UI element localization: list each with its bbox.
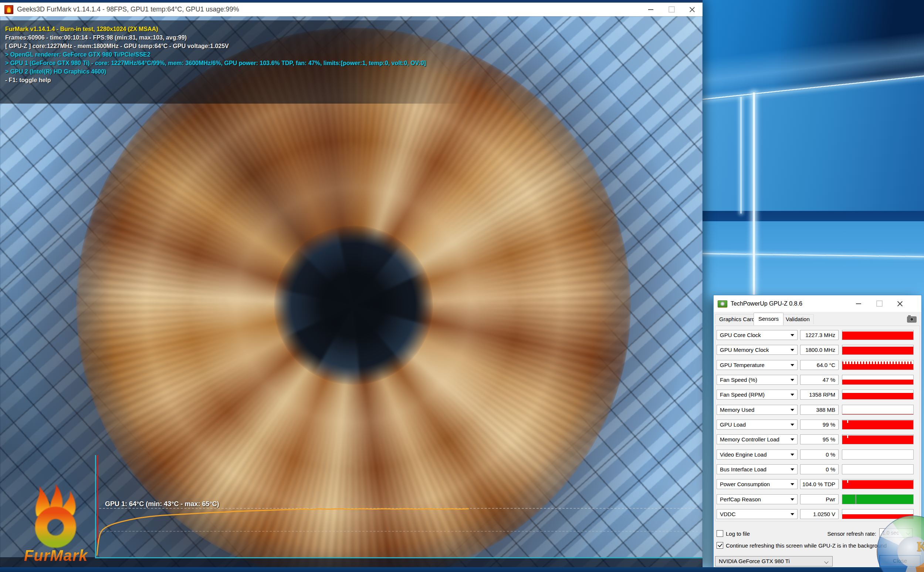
sensor-label: GPU Core Clock (720, 332, 761, 338)
dropdown-arrow-icon (791, 513, 794, 515)
gpuz-window-controls (848, 295, 910, 312)
furmark-app-icon (5, 5, 13, 14)
fur-donut-core (274, 226, 433, 385)
sensor-name-dropdown[interactable]: GPU Core Clock (716, 330, 798, 340)
gpuz-minimize-button[interactable] (848, 295, 869, 312)
gpuz-titlebar: TechPowerUp GPU-Z 0.8.6 (714, 295, 921, 312)
osd-renderer-line: > OpenGL renderer: GeForce GTX 980 Ti/PC… (5, 50, 470, 59)
sensor-name-dropdown[interactable]: GPU Memory Clock (716, 345, 798, 355)
sensor-label: GPU Memory Clock (720, 347, 769, 353)
screenshot-camera-icon[interactable] (907, 316, 916, 323)
windows-logo-horizontal-divider (701, 211, 924, 221)
sensor-value: Pwr (800, 494, 839, 504)
osd-gpu2-line: > GPU 2 (Intel(R) HD Graphics 4600) (5, 67, 470, 76)
sensor-row: Fan Speed (RPM) 1358 RPM (714, 390, 922, 399)
sensor-name-dropdown[interactable]: PerfCap Reason (716, 494, 798, 504)
dropdown-arrow-icon (791, 483, 794, 485)
sensor-value: 0 % (800, 449, 839, 460)
osd-help-line: - F1: toggle help (5, 76, 470, 84)
furmark-maximize-button[interactable] (661, 3, 682, 16)
sensor-value: 1358 RPM (800, 390, 839, 399)
dropdown-arrow-icon (791, 468, 794, 471)
sensor-value: 1227.3 MHz (800, 330, 839, 340)
furmark-window-top-border (0, 0, 702, 3)
furmark-render-area: FurMark v1.14.1.4 - Burn-in test, 1280x1… (0, 16, 702, 567)
watermark-text: KG (917, 539, 924, 554)
dropdown-arrow-icon (791, 498, 794, 500)
sensor-row: Memory Used 388 MB (714, 405, 922, 415)
tab-sensors[interactable]: Sensors (753, 312, 783, 325)
close-icon (897, 301, 903, 307)
sensor-name-dropdown[interactable]: GPU Load (716, 420, 798, 429)
furmark-close-button[interactable] (682, 3, 702, 16)
sensor-name-dropdown[interactable]: Fan Speed (%) (716, 375, 798, 385)
sensor-name-dropdown[interactable]: Video Engine Load (716, 449, 798, 460)
close-icon (689, 7, 695, 12)
osd-benchmark-line: FurMark v1.14.1.4 - Burn-in test, 1280x1… (5, 25, 470, 33)
furmark-window: Geeks3D FurMark v1.14.1.4 - 98FPS, GPU1 … (0, 0, 702, 567)
sensor-name-dropdown[interactable]: Memory Controller Load (716, 434, 798, 445)
dropdown-arrow-icon (791, 364, 794, 366)
sensor-graph (842, 449, 914, 460)
furmark-bottom-shade (0, 557, 702, 567)
furmark-osd-overlay: FurMark v1.14.1.4 - Burn-in test, 1280x1… (0, 20, 470, 104)
gpuz-maximize-button[interactable] (869, 295, 890, 312)
windows-logo-vertical-glow-short (740, 97, 742, 213)
furmark-flame-donut-icon (9, 482, 102, 548)
sensor-label: GPU Load (720, 421, 746, 428)
tab-graphics-card[interactable]: Graphics Card (715, 314, 759, 324)
sensor-graph (842, 434, 914, 445)
dropdown-arrow-icon (791, 454, 794, 456)
gpu-temperature-label: GPU 1: 64°C (min: 43°C - max: 65°C) (105, 500, 219, 508)
sensor-name-dropdown[interactable]: Power Consumption (716, 479, 798, 489)
dropdown-arrow-icon (791, 334, 794, 336)
continue-refreshing-label: Continue refreshing this screen while GP… (726, 542, 887, 549)
gpuz-close-button[interactable] (890, 295, 910, 312)
furmark-window-title: Geeks3D FurMark v1.14.1.4 - 98FPS, GPU1 … (17, 6, 239, 13)
sensor-value: 95 % (800, 434, 839, 445)
sensor-graph (842, 390, 914, 399)
sensor-row: PerfCap Reason Pwr (714, 494, 922, 504)
log-to-file-checkbox[interactable] (716, 530, 723, 537)
sensor-name-dropdown[interactable]: Fan Speed (RPM) (716, 390, 798, 399)
sensor-graph (842, 405, 914, 415)
sensor-graph (842, 464, 914, 474)
sensor-name-dropdown[interactable]: Bus Interface Load (716, 464, 798, 474)
dropdown-arrow-icon (791, 379, 794, 381)
sensor-value: 104.0 % TDP (800, 479, 839, 489)
gpuz-window-title: TechPowerUp GPU-Z 0.8.6 (731, 300, 802, 307)
furmark-window-controls (640, 3, 702, 16)
sensor-row: GPU Memory Clock 1800.0 MHz (714, 345, 922, 355)
continue-refreshing-checkbox[interactable] (716, 542, 723, 549)
sensor-value: 64.0 °C (800, 360, 839, 370)
osd-frames-line: Frames:60906 - time:00:10:14 - FPS:98 (m… (5, 33, 470, 42)
sensor-name-dropdown[interactable]: Memory Used (716, 405, 798, 415)
furmark-titlebar: Geeks3D FurMark v1.14.1.4 - 98FPS, GPU1 … (0, 3, 702, 16)
dropdown-arrow-icon (791, 409, 794, 411)
sensor-graph (842, 330, 914, 340)
sensor-row: Fan Speed (%) 47 % (714, 375, 922, 385)
sensor-graph (842, 479, 914, 489)
gpu-temperature-curve (95, 439, 476, 558)
sensor-graph (842, 360, 914, 370)
tab-validation[interactable]: Validation (781, 314, 814, 324)
sensor-graph (842, 375, 914, 385)
sensor-label: PerfCap Reason (720, 496, 761, 502)
sensor-value: 0 % (800, 464, 839, 474)
dropdown-arrow-icon (791, 394, 794, 396)
sensor-name-dropdown[interactable]: VDDC (716, 509, 798, 519)
log-to-file-label: Log to file (726, 530, 750, 537)
gpu-device-select[interactable]: NVIDIA GeForce GTX 980 Ti (715, 556, 833, 566)
furmark-logo: FurMark (9, 482, 102, 567)
sensor-label: Video Engine Load (720, 451, 767, 458)
sensor-label: Power Consumption (720, 481, 770, 487)
sensor-name-dropdown[interactable]: GPU Temperature (716, 360, 798, 370)
minimize-icon (856, 303, 861, 304)
minimize-icon (648, 9, 653, 10)
gpu-device-value: NVIDIA GeForce GTX 980 Ti (719, 558, 790, 564)
furmark-minimize-button[interactable] (640, 3, 661, 16)
sensor-row: Bus Interface Load 0 % (714, 464, 922, 474)
sensor-label: GPU Temperature (720, 362, 764, 368)
sensor-label: Memory Used (720, 407, 754, 413)
sensor-row: Power Consumption 104.0 % TDP (714, 479, 922, 489)
